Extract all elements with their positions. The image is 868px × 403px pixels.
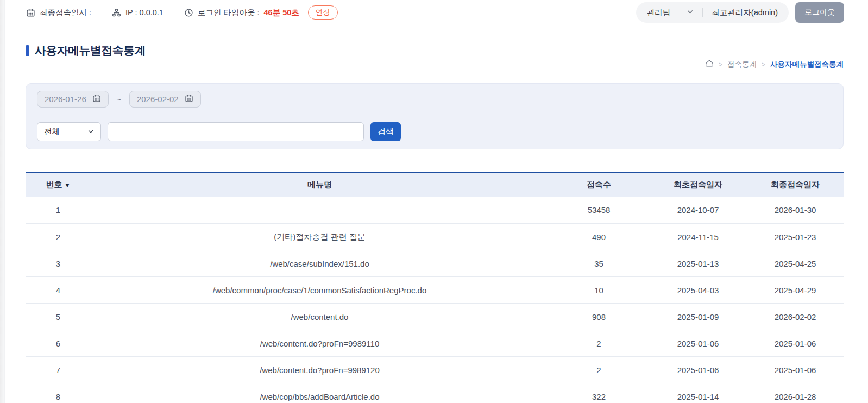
ip-label: IP : 0.0.0.1 xyxy=(125,8,163,17)
ip-item: IP : 0.0.0.1 xyxy=(112,8,163,17)
cell-first-access-date: 2025-04-03 xyxy=(649,277,747,304)
table-row[interactable]: 2 (기타)절차종결 관련 질문 490 2024-11-15 2025-01-… xyxy=(26,224,844,250)
breadcrumb-separator-icon: > xyxy=(762,61,765,68)
calendar-icon xyxy=(185,94,193,104)
network-icon xyxy=(112,8,121,17)
category-selected-value: 전체 xyxy=(44,127,60,137)
cell-access-count: 908 xyxy=(549,304,649,330)
cell-first-access-date: 2025-01-14 xyxy=(649,383,747,403)
date-range-row: 2026-01-26 ~ 2026-02-02 xyxy=(37,84,832,115)
header-no-label: 번호 xyxy=(46,180,62,189)
cell-no: 8 xyxy=(26,383,91,403)
header-last-date: 최종접속일자 xyxy=(747,173,844,197)
sort-desc-icon[interactable]: ▼ xyxy=(65,182,71,188)
cell-last-access-date: 2026-01-30 xyxy=(747,197,844,224)
topbar-session-info: 최종접속일시 : IP : 0.0.0.1 로그인 타임아웃 : 46분 50초… xyxy=(26,5,338,20)
cell-no: 4 xyxy=(26,277,91,304)
team-name: 관리팀 xyxy=(647,8,671,18)
cell-last-access-date: 2025-01-06 xyxy=(747,330,844,357)
cell-menu-name: /web/content.do?proFn=9989110 xyxy=(91,330,549,357)
header-count: 접속수 xyxy=(549,173,649,197)
cell-menu-name xyxy=(91,197,549,224)
last-access-label: 최종접속일시 : xyxy=(40,8,91,18)
timeout-value: 46분 50초 xyxy=(264,8,299,18)
table-row[interactable]: 5 /web/content.do 908 2025-01-09 2026-02… xyxy=(26,304,844,330)
team-select[interactable]: 관리팀 xyxy=(647,8,694,18)
table-header-row: 번호▼ 메뉴명 접속수 최초접속일자 최종접속일자 xyxy=(26,173,844,197)
cell-first-access-date: 2025-01-06 xyxy=(649,357,747,383)
chevron-down-icon xyxy=(687,8,694,17)
cell-no: 2 xyxy=(26,224,91,250)
title-row: 사용자메뉴별접속통계 xyxy=(26,43,844,58)
breadcrumb-item-current: 사용자메뉴별접속통계 xyxy=(770,60,844,70)
header-no[interactable]: 번호▼ xyxy=(26,173,91,197)
cell-last-access-date: 2026-01-28 xyxy=(747,383,844,403)
cell-no: 6 xyxy=(26,330,91,357)
header-first-date: 최초접속일자 xyxy=(649,173,747,197)
date-from-input[interactable]: 2026-01-26 xyxy=(37,91,109,108)
clock-icon xyxy=(184,8,193,17)
filter-card: 2026-01-26 ~ 2026-02-02 전체 검 xyxy=(26,83,844,149)
breadcrumb-separator-icon: > xyxy=(719,61,722,68)
cell-access-count: 322 xyxy=(549,383,649,403)
cell-menu-name: /web/cop/bbs/addBoardArticle.do xyxy=(91,383,549,403)
date-from-value: 2026-01-26 xyxy=(45,95,86,104)
cell-first-access-date: 2025-01-06 xyxy=(649,330,747,357)
search-input[interactable] xyxy=(108,122,364,141)
breadcrumb: > 접속통계 > 사용자메뉴별접속통계 xyxy=(0,59,844,70)
timeout-item: 로그인 타임아웃 : 46분 50초 연장 xyxy=(184,5,338,20)
cell-menu-name: /web/case/subIndex/151.do xyxy=(91,250,549,277)
topbar: 최종접속일시 : IP : 0.0.0.1 로그인 타임아웃 : 46분 50초… xyxy=(0,0,868,25)
user-pill: 관리팀 최고관리자(admin) xyxy=(636,2,789,23)
page-left-edge xyxy=(0,0,5,403)
cell-no: 7 xyxy=(26,357,91,383)
cell-access-count: 35 xyxy=(549,250,649,277)
cell-last-access-date: 2025-04-25 xyxy=(747,250,844,277)
page: 최종접속일시 : IP : 0.0.0.1 로그인 타임아웃 : 46분 50초… xyxy=(0,0,868,403)
cell-first-access-date: 2025-01-13 xyxy=(649,250,747,277)
date-to-value: 2026-02-02 xyxy=(137,95,179,104)
last-access-item: 최종접속일시 : xyxy=(26,8,91,18)
logout-button[interactable]: 로그아웃 xyxy=(795,2,844,23)
table-body: 1 53458 2024-10-07 2026-01-30 2 (기타)절차종결… xyxy=(26,197,844,403)
search-button[interactable]: 검색 xyxy=(370,122,401,141)
chevron-down-icon xyxy=(87,128,94,136)
topbar-user-area: 관리팀 최고관리자(admin) 로그아웃 xyxy=(636,2,844,23)
table-row[interactable]: 4 /web/common/proc/case/1/commonSatisfac… xyxy=(26,277,844,304)
date-to-input[interactable]: 2026-02-02 xyxy=(129,91,201,108)
cell-access-count: 53458 xyxy=(549,197,649,224)
cell-access-count: 2 xyxy=(549,330,649,357)
cell-menu-name: /web/content.do?proFn=9989120 xyxy=(91,357,549,383)
breadcrumb-item-stats[interactable]: 접속통계 xyxy=(727,60,757,70)
cell-no: 5 xyxy=(26,304,91,330)
cell-menu-name: /web/common/proc/case/1/commonSatisfacti… xyxy=(91,277,549,304)
table-row[interactable]: 3 /web/case/subIndex/151.do 35 2025-01-1… xyxy=(26,250,844,277)
cell-last-access-date: 2026-02-02 xyxy=(747,304,844,330)
user-name: 최고관리자(admin) xyxy=(712,8,778,18)
table-row[interactable]: 1 53458 2024-10-07 2026-01-30 xyxy=(26,197,844,224)
page-title: 사용자메뉴별접속통계 xyxy=(35,43,146,58)
extend-session-button[interactable]: 연장 xyxy=(308,5,338,20)
cell-last-access-date: 2025-01-06 xyxy=(747,357,844,383)
table-row[interactable]: 6 /web/content.do?proFn=9989110 2 2025-0… xyxy=(26,330,844,357)
header-menu: 메뉴명 xyxy=(91,173,549,197)
cell-first-access-date: 2024-10-07 xyxy=(649,197,747,224)
table-row[interactable]: 8 /web/cop/bbs/addBoardArticle.do 322 20… xyxy=(26,383,844,403)
cell-menu-name: /web/content.do xyxy=(91,304,549,330)
calendar-icon xyxy=(26,8,35,17)
pill-divider xyxy=(702,8,703,17)
cell-no: 1 xyxy=(26,197,91,224)
calendar-icon xyxy=(92,94,101,104)
cell-last-access-date: 2025-01-23 xyxy=(747,224,844,250)
stats-table: 번호▼ 메뉴명 접속수 최초접속일자 최종접속일자 1 53458 2024-1… xyxy=(26,172,844,403)
timeout-label: 로그인 타임아웃 : xyxy=(198,8,260,18)
cell-no: 3 xyxy=(26,250,91,277)
cell-access-count: 2 xyxy=(549,357,649,383)
cell-first-access-date: 2024-11-15 xyxy=(649,224,747,250)
date-range-tilde: ~ xyxy=(117,95,121,104)
cell-last-access-date: 2025-04-29 xyxy=(747,277,844,304)
category-select[interactable]: 전체 xyxy=(37,122,101,141)
cell-menu-name: (기타)절차종결 관련 질문 xyxy=(91,224,549,250)
home-icon[interactable] xyxy=(705,59,714,70)
table-row[interactable]: 7 /web/content.do?proFn=9989120 2 2025-0… xyxy=(26,357,844,383)
